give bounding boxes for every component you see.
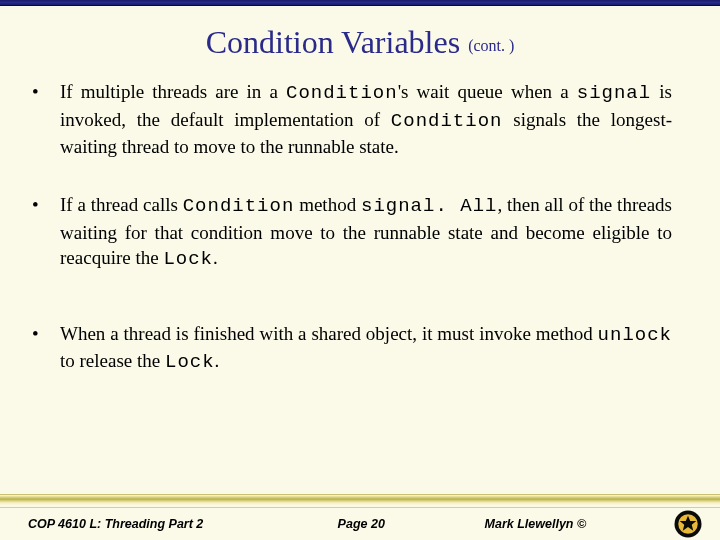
footer-row: COP 4610 L: Threading Part 2 Page 20 Mar… [0, 508, 720, 540]
slide-body: • If multiple threads are in a Condition… [0, 69, 720, 376]
footer-course: COP 4610 L: Threading Part 2 [28, 517, 278, 531]
text-run: method [294, 194, 361, 215]
ucf-logo-icon [672, 509, 704, 539]
code-run: signal. All [361, 195, 498, 217]
footer-page: Page 20 [278, 517, 445, 531]
code-run: Lock [165, 351, 215, 373]
text-run: . [213, 247, 218, 268]
text-run: If a thread calls [60, 194, 183, 215]
bullet-text: When a thread is finished with a shared … [60, 321, 672, 376]
footer: COP 4610 L: Threading Part 2 Page 20 Mar… [0, 494, 720, 540]
title-main: Condition Variables [206, 24, 461, 60]
code-run: Condition [286, 82, 398, 104]
bullet-item: • When a thread is finished with a share… [32, 321, 672, 376]
bullet-marker: • [32, 79, 60, 160]
text-run: . [215, 350, 220, 371]
footer-divider [0, 494, 720, 508]
title-suffix: (cont. ) [468, 37, 514, 54]
text-run: to release the [60, 350, 165, 371]
bullet-text: If a thread calls Condition method signa… [60, 192, 672, 273]
text-run: If multiple threads are in a [60, 81, 286, 102]
code-run: Lock [163, 248, 213, 270]
code-run: Condition [391, 110, 503, 132]
bullet-marker: • [32, 321, 60, 376]
bullet-marker: • [32, 192, 60, 273]
code-run: signal [577, 82, 651, 104]
bullet-item: • If multiple threads are in a Condition… [32, 79, 672, 160]
footer-author: Mark Llewellyn © [445, 517, 672, 531]
bullet-text: If multiple threads are in a Condition's… [60, 79, 672, 160]
slide-title: Condition Variables (cont. ) [0, 6, 720, 69]
text-run: 's wait queue when a [398, 81, 577, 102]
bullet-item: • If a thread calls Condition method sig… [32, 192, 672, 273]
text-run: When a thread is finished with a shared … [60, 323, 598, 344]
code-run: unlock [598, 324, 672, 346]
code-run: Condition [183, 195, 295, 217]
